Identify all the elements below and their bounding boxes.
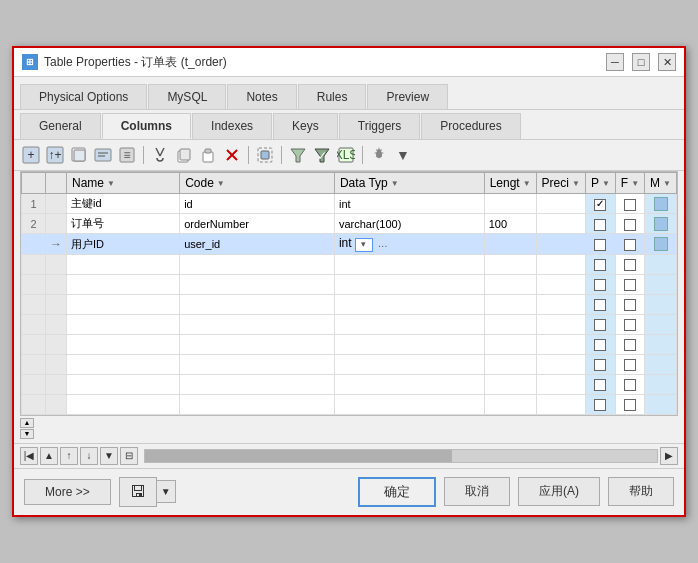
table-row <box>22 354 677 374</box>
svg-marker-19 <box>291 149 305 162</box>
tabs-row-1: Physical Options MySQL Notes Rules Previ… <box>14 77 684 110</box>
more-button[interactable]: More >> <box>24 479 111 505</box>
v-scroll-buttons: ▲ ▼ <box>20 418 34 439</box>
cell-p[interactable] <box>585 214 615 234</box>
cell-length[interactable]: 100 <box>484 214 536 234</box>
table-row <box>22 374 677 394</box>
nav-prev-btn[interactable]: ▲ <box>40 447 58 465</box>
cell-name[interactable]: 订单号 <box>67 214 180 234</box>
toolbar-copy-btn[interactable] <box>173 144 195 166</box>
col-header-name[interactable]: Name▼ <box>67 173 180 194</box>
tab-keys[interactable]: Keys <box>273 113 338 139</box>
datatype-edit-btn[interactable]: … <box>378 238 388 249</box>
nav-next-btn[interactable]: ▼ <box>100 447 118 465</box>
cell-length[interactable] <box>484 234 536 254</box>
nav-down-btn[interactable]: ↓ <box>80 447 98 465</box>
tab-preview[interactable]: Preview <box>367 84 448 109</box>
col-header-preci[interactable]: Preci▼ <box>536 173 585 194</box>
cell-m[interactable] <box>645 194 677 214</box>
svg-text:↑+: ↑+ <box>48 148 61 162</box>
cell-preci[interactable] <box>536 194 585 214</box>
toolbar-select-btn[interactable] <box>254 144 276 166</box>
tab-columns[interactable]: Columns <box>102 113 191 139</box>
cell-length[interactable] <box>484 194 536 214</box>
cell-m[interactable] <box>645 234 677 254</box>
horizontal-scrollbar[interactable] <box>144 449 658 463</box>
toolbar-btn5[interactable]: ≡ <box>116 144 138 166</box>
cell-code[interactable]: orderNumber <box>180 214 335 234</box>
cell-datatype[interactable]: varchar(100) <box>334 214 484 234</box>
cell-f[interactable] <box>615 194 644 214</box>
tab-notes[interactable]: Notes <box>227 84 296 109</box>
cell-p[interactable]: ✓ <box>585 194 615 214</box>
datatype-dropdown[interactable]: ▾ <box>355 238 373 252</box>
toolbar-insert-btn[interactable]: ↑+ <box>44 144 66 166</box>
col-header-p[interactable]: P▼ <box>585 173 615 194</box>
toolbar-filter-btn[interactable] <box>287 144 309 166</box>
toolbar-btn4[interactable] <box>92 144 114 166</box>
confirm-button[interactable]: 确定 <box>358 477 436 507</box>
help-button[interactable]: 帮助 <box>608 477 674 506</box>
save-dropdown-button[interactable]: ▼ <box>157 480 176 503</box>
svg-text:XLS: XLS <box>337 148 355 162</box>
col-header-datatype[interactable]: Data Typ▼ <box>334 173 484 194</box>
apply-button[interactable]: 应用(A) <box>518 477 600 506</box>
col-header-m[interactable]: M▼ <box>645 173 677 194</box>
cell-f[interactable] <box>615 214 644 234</box>
toolbar-add-btn[interactable]: + <box>20 144 42 166</box>
table-row: 2 订单号 orderNumber varchar(100) 100 <box>22 214 677 234</box>
tab-indexes[interactable]: Indexes <box>192 113 272 139</box>
toolbar-sep-1 <box>143 146 144 164</box>
toolbar-dropdown-arrow[interactable]: ▼ <box>392 145 414 165</box>
maximize-button[interactable]: □ <box>632 53 650 71</box>
close-button[interactable]: ✕ <box>658 53 676 71</box>
cell-code[interactable]: user_id <box>180 234 335 254</box>
col-header-f[interactable]: F▼ <box>615 173 644 194</box>
cell-m[interactable] <box>645 214 677 234</box>
toolbar-duplicate-btn[interactable] <box>68 144 90 166</box>
nav-bar: |◀ ▲ ↑ ↓ ▼ ⊟ ▶ <box>14 443 684 468</box>
nav-scroll-right-btn[interactable]: ▶ <box>660 447 678 465</box>
svg-rect-12 <box>180 149 190 160</box>
nav-up-btn[interactable]: ↑ <box>60 447 78 465</box>
tab-procedures[interactable]: Procedures <box>421 113 520 139</box>
toolbar-settings-btn[interactable] <box>368 144 390 166</box>
toolbar-cut-btn[interactable] <box>149 144 171 166</box>
svg-text:✓: ✓ <box>317 149 327 163</box>
table-container: Name▼ Code▼ Data Typ▼ Lengt▼ Preci▼ <box>14 171 684 442</box>
tab-physical-options[interactable]: Physical Options <box>20 84 147 109</box>
toolbar-delete-btn[interactable] <box>221 144 243 166</box>
cell-code[interactable]: id <box>180 194 335 214</box>
cell-datatype[interactable]: int <box>334 194 484 214</box>
cell-name[interactable]: 主键id <box>67 194 180 214</box>
window-icon: ⊞ <box>22 54 38 70</box>
col-header-arrow <box>46 173 67 194</box>
cell-preci[interactable] <box>536 214 585 234</box>
svg-rect-6 <box>95 149 111 161</box>
table-row-active: → 用户ID user_id int ▾ … <box>22 234 677 254</box>
tab-triggers[interactable]: Triggers <box>339 113 421 139</box>
cell-preci[interactable] <box>536 234 585 254</box>
tab-rules[interactable]: Rules <box>298 84 367 109</box>
tab-mysql[interactable]: MySQL <box>148 84 226 109</box>
col-header-length[interactable]: Lengt▼ <box>484 173 536 194</box>
cancel-button[interactable]: 取消 <box>444 477 510 506</box>
nav-last-btn[interactable]: ⊟ <box>120 447 138 465</box>
tab-general[interactable]: General <box>20 113 101 139</box>
cell-p[interactable] <box>585 234 615 254</box>
toolbar-paste-btn[interactable] <box>197 144 219 166</box>
scroll-up-btn[interactable]: ▲ <box>20 418 34 428</box>
minimize-button[interactable]: ─ <box>606 53 624 71</box>
table-row <box>22 394 677 414</box>
toolbar-excel-btn[interactable]: XLS <box>335 144 357 166</box>
scroll-down-btn[interactable]: ▼ <box>20 429 34 439</box>
cell-name[interactable]: 用户ID <box>67 234 180 254</box>
nav-first-btn[interactable]: |◀ <box>20 447 38 465</box>
col-header-code[interactable]: Code▼ <box>180 173 335 194</box>
toolbar: + ↑+ ≡ <box>14 140 684 171</box>
cell-f[interactable] <box>615 234 644 254</box>
toolbar-sep-2 <box>248 146 249 164</box>
cell-datatype-editing[interactable]: int ▾ … <box>334 234 484 254</box>
save-button[interactable]: 🖫 <box>119 477 157 507</box>
toolbar-filter-active-btn[interactable]: ✓ <box>311 144 333 166</box>
